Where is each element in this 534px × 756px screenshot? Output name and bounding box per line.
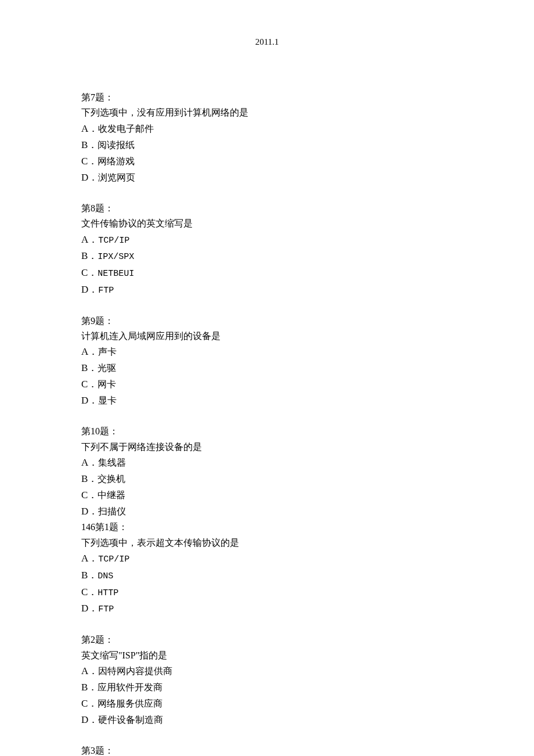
question-block: 第8题：文件传输协议的英文缩写是A．TCP/IPB．IPX/SPXC．NETBE…	[81, 201, 453, 298]
question-title: 第8题：	[81, 201, 453, 216]
option-text: IPX/SPX	[98, 252, 134, 262]
question-option: B．DNS	[81, 567, 453, 584]
option-text: FTP	[98, 286, 114, 296]
option-letter: A．	[81, 346, 98, 357]
option-text: 网络服务供应商	[98, 699, 163, 708]
question-option: C．HTTP	[81, 584, 453, 601]
question-title: 第7题：	[81, 90, 453, 105]
question-option: A．集线器	[81, 455, 453, 471]
option-letter: D．	[81, 284, 98, 295]
option-letter: A．	[81, 665, 98, 676]
option-letter: B．	[81, 570, 98, 581]
question-option: D．FTP	[81, 600, 453, 617]
question-option: A．TCP/IP	[81, 550, 453, 567]
option-text: 收发电子邮件	[98, 124, 154, 134]
option-letter: D．	[81, 603, 98, 614]
option-text: 阅读报纸	[98, 140, 135, 150]
question-option: D．扫描仪	[81, 503, 453, 520]
questions-container: 第7题：下列选项中，没有应用到计算机网络的是A．收发电子邮件B．阅读报纸C．网络…	[81, 90, 453, 756]
question-prompt: 下列选项中，表示超文本传输协议的是	[81, 535, 453, 550]
option-letter: A．	[81, 457, 98, 468]
option-text: NETBEUI	[98, 269, 134, 279]
option-letter: B．	[81, 473, 98, 484]
option-text: 应用软件开发商	[98, 682, 163, 692]
option-text: 中继器	[98, 490, 125, 500]
question-option: A．声卡	[81, 344, 453, 360]
question-option: D．浏览网页	[81, 170, 453, 186]
option-text: HTTP	[98, 588, 118, 598]
option-text: 集线器	[98, 458, 126, 467]
option-text: TCP/IP	[98, 555, 129, 564]
option-text: 声卡	[98, 347, 117, 357]
question-option: B．光驱	[81, 360, 453, 376]
option-text: 因特网内容提供商	[98, 666, 172, 676]
option-text: 网卡	[98, 379, 116, 389]
question-title: 第3题：	[81, 743, 453, 756]
option-letter: C．	[81, 267, 98, 278]
question-prompt: 文件传输协议的英文缩写是	[81, 216, 453, 231]
option-letter: B．	[81, 139, 98, 150]
option-letter: C．	[81, 156, 98, 167]
option-text: 浏览网页	[98, 172, 135, 182]
question-prompt: 英文缩写"ISP"指的是	[81, 648, 453, 663]
question-title: 第10题：	[81, 424, 453, 439]
option-letter: A．	[81, 234, 98, 245]
question-option: B．应用软件开发商	[81, 679, 453, 696]
question-option: C．网络服务供应商	[81, 696, 453, 712]
question-option: D．硬件设备制造商	[81, 712, 453, 728]
option-letter: B．	[81, 682, 98, 693]
option-text: 光驱	[98, 363, 116, 373]
question-option: B．交换机	[81, 471, 453, 487]
option-text: 硬件设备制造商	[98, 715, 163, 725]
option-letter: D．	[81, 395, 98, 406]
question-option: B．阅读报纸	[81, 137, 453, 153]
option-text: 显卡	[98, 395, 117, 405]
option-letter: B．	[81, 362, 98, 373]
option-letter: C．	[81, 698, 98, 709]
option-text: FTP	[98, 604, 114, 614]
question-option: B．IPX/SPX	[81, 248, 453, 265]
question-block: 第7题：下列选项中，没有应用到计算机网络的是A．收发电子邮件B．阅读报纸C．网络…	[81, 90, 453, 186]
question-option: C．网络游戏	[81, 153, 453, 170]
question-option: A．TCP/IP	[81, 232, 453, 249]
option-text: 交换机	[98, 474, 125, 484]
option-letter: B．	[81, 250, 98, 261]
question-title: 第2题：	[81, 632, 453, 647]
question-prompt: 下列不属于网络连接设备的是	[81, 440, 453, 455]
question-option: D．显卡	[81, 393, 453, 409]
option-letter: D．	[81, 714, 98, 725]
question-option: A．收发电子邮件	[81, 121, 453, 137]
question-option: C．NETBEUI	[81, 265, 453, 282]
question-title: 146第1题：	[81, 520, 453, 535]
question-option: C．中继器	[81, 487, 453, 503]
option-letter: C．	[81, 489, 98, 501]
question-block: 第3题：下列属于网页文件的是	[81, 743, 453, 756]
question-block: 第2题：英文缩写"ISP"指的是A．因特网内容提供商B．应用软件开发商C．网络服…	[81, 632, 453, 728]
option-text: 网络游戏	[98, 156, 135, 166]
option-letter: A．	[81, 123, 98, 134]
question-option: D．FTP	[81, 282, 453, 298]
question-option: A．因特网内容提供商	[81, 663, 453, 679]
option-letter: D．	[81, 506, 98, 517]
option-letter: C．	[81, 586, 98, 597]
option-letter: A．	[81, 553, 98, 564]
page-header: 2011.1	[81, 35, 453, 49]
question-title: 第9题：	[81, 314, 453, 329]
question-prompt: 下列选项中，没有应用到计算机网络的是	[81, 105, 453, 120]
question-block: 第9题：计算机连入局域网应用到的设备是A．声卡B．光驱C．网卡D．显卡	[81, 314, 453, 409]
option-text: 扫描仪	[98, 506, 126, 516]
question-block: 第10题：下列不属于网络连接设备的是A．集线器B．交换机C．中继器D．扫描仪14…	[81, 424, 453, 617]
option-text: DNS	[98, 571, 113, 581]
question-option: C．网卡	[81, 376, 453, 393]
question-prompt: 计算机连入局域网应用到的设备是	[81, 329, 453, 344]
option-text: TCP/IP	[98, 236, 129, 246]
option-letter: C．	[81, 379, 98, 390]
option-letter: D．	[81, 172, 98, 183]
